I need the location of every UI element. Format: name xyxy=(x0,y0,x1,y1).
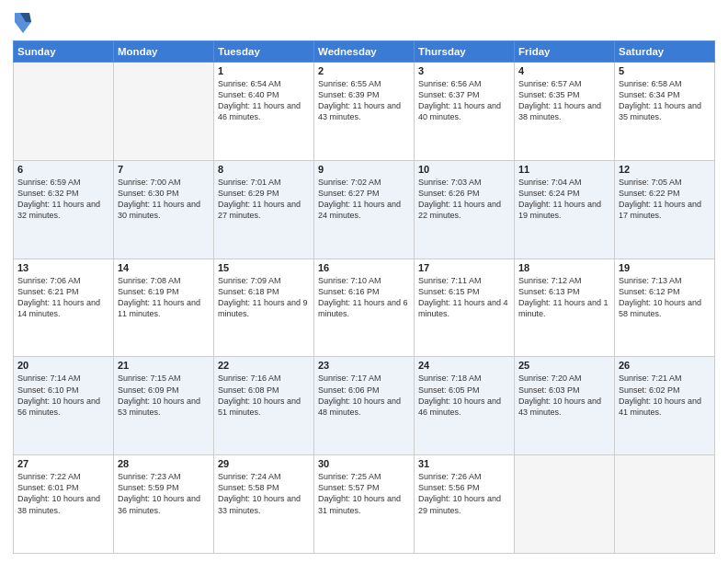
cell-details: Sunrise: 7:12 AM Sunset: 6:13 PM Dayligh… xyxy=(518,275,610,320)
calendar-cell: 20Sunrise: 7:14 AM Sunset: 6:10 PM Dayli… xyxy=(14,357,114,455)
day-number: 27 xyxy=(17,458,109,469)
cell-details: Sunrise: 6:55 AM Sunset: 6:39 PM Dayligh… xyxy=(318,78,410,123)
day-number: 16 xyxy=(318,262,410,273)
cell-details: Sunrise: 6:56 AM Sunset: 6:37 PM Dayligh… xyxy=(418,78,510,123)
day-number: 25 xyxy=(518,360,610,371)
calendar-cell: 5Sunrise: 6:58 AM Sunset: 6:34 PM Daylig… xyxy=(615,63,715,161)
calendar-cell: 6Sunrise: 6:59 AM Sunset: 6:32 PM Daylig… xyxy=(14,160,114,259)
calendar-cell: 9Sunrise: 7:02 AM Sunset: 6:27 PM Daylig… xyxy=(314,160,415,259)
cell-details: Sunrise: 7:08 AM Sunset: 6:19 PM Dayligh… xyxy=(118,275,210,320)
logo-icon xyxy=(13,9,33,35)
day-header-tuesday: Tuesday xyxy=(214,41,314,63)
cell-details: Sunrise: 6:54 AM Sunset: 6:40 PM Dayligh… xyxy=(218,78,310,123)
cell-details: Sunrise: 6:58 AM Sunset: 6:34 PM Dayligh… xyxy=(619,78,711,123)
cell-details: Sunrise: 7:04 AM Sunset: 6:24 PM Dayligh… xyxy=(518,177,610,222)
calendar-cell: 28Sunrise: 7:23 AM Sunset: 5:59 PM Dayli… xyxy=(114,455,214,554)
header xyxy=(13,9,715,35)
cell-details: Sunrise: 7:25 AM Sunset: 5:57 PM Dayligh… xyxy=(318,471,410,516)
cell-details: Sunrise: 7:23 AM Sunset: 5:59 PM Dayligh… xyxy=(118,471,210,516)
day-number: 13 xyxy=(17,262,109,273)
day-number: 5 xyxy=(619,65,711,76)
day-number: 17 xyxy=(418,262,510,273)
day-header-wednesday: Wednesday xyxy=(314,41,415,63)
calendar-cell: 10Sunrise: 7:03 AM Sunset: 6:26 PM Dayli… xyxy=(415,160,515,259)
cell-details: Sunrise: 7:09 AM Sunset: 6:18 PM Dayligh… xyxy=(218,275,310,320)
calendar-page: SundayMondayTuesdayWednesdayThursdayFrid… xyxy=(0,0,728,563)
calendar-cell: 17Sunrise: 7:11 AM Sunset: 6:15 PM Dayli… xyxy=(415,259,515,357)
calendar-cell: 24Sunrise: 7:18 AM Sunset: 6:05 PM Dayli… xyxy=(415,357,515,455)
day-number: 12 xyxy=(619,164,711,175)
day-number: 19 xyxy=(619,262,711,273)
calendar-cell: 13Sunrise: 7:06 AM Sunset: 6:21 PM Dayli… xyxy=(14,259,114,357)
cell-details: Sunrise: 7:16 AM Sunset: 6:08 PM Dayligh… xyxy=(218,373,310,418)
calendar-cell: 18Sunrise: 7:12 AM Sunset: 6:13 PM Dayli… xyxy=(515,259,615,357)
calendar-cell: 11Sunrise: 7:04 AM Sunset: 6:24 PM Dayli… xyxy=(515,160,615,259)
day-number: 30 xyxy=(318,458,410,469)
cell-details: Sunrise: 7:17 AM Sunset: 6:06 PM Dayligh… xyxy=(318,373,410,418)
cell-details: Sunrise: 7:10 AM Sunset: 6:16 PM Dayligh… xyxy=(318,275,410,320)
day-number: 15 xyxy=(218,262,310,273)
cell-details: Sunrise: 7:05 AM Sunset: 6:22 PM Dayligh… xyxy=(619,177,711,222)
cell-details: Sunrise: 7:03 AM Sunset: 6:26 PM Dayligh… xyxy=(418,177,510,222)
calendar-cell: 19Sunrise: 7:13 AM Sunset: 6:12 PM Dayli… xyxy=(615,259,715,357)
calendar-table: SundayMondayTuesdayWednesdayThursdayFrid… xyxy=(13,40,715,554)
day-number: 10 xyxy=(418,164,510,175)
calendar-cell: 27Sunrise: 7:22 AM Sunset: 6:01 PM Dayli… xyxy=(14,455,114,554)
day-number: 21 xyxy=(118,360,210,371)
day-number: 31 xyxy=(418,458,510,469)
day-number: 22 xyxy=(218,360,310,371)
calendar-cell: 29Sunrise: 7:24 AM Sunset: 5:58 PM Dayli… xyxy=(214,455,314,554)
day-number: 20 xyxy=(17,360,109,371)
day-number: 28 xyxy=(118,458,210,469)
cell-details: Sunrise: 7:11 AM Sunset: 6:15 PM Dayligh… xyxy=(418,275,510,320)
day-header-friday: Friday xyxy=(515,41,615,63)
cell-details: Sunrise: 7:13 AM Sunset: 6:12 PM Dayligh… xyxy=(619,275,711,320)
day-number: 18 xyxy=(518,262,610,273)
day-number: 14 xyxy=(118,262,210,273)
calendar-cell xyxy=(14,63,114,161)
day-number: 11 xyxy=(518,164,610,175)
day-number: 2 xyxy=(318,65,410,76)
calendar-cell: 7Sunrise: 7:00 AM Sunset: 6:30 PM Daylig… xyxy=(114,160,214,259)
calendar-cell: 25Sunrise: 7:20 AM Sunset: 6:03 PM Dayli… xyxy=(515,357,615,455)
cell-details: Sunrise: 7:24 AM Sunset: 5:58 PM Dayligh… xyxy=(218,471,310,516)
day-header-thursday: Thursday xyxy=(415,41,515,63)
calendar-cell: 8Sunrise: 7:01 AM Sunset: 6:29 PM Daylig… xyxy=(214,160,314,259)
cell-details: Sunrise: 7:02 AM Sunset: 6:27 PM Dayligh… xyxy=(318,177,410,222)
calendar-cell: 4Sunrise: 6:57 AM Sunset: 6:35 PM Daylig… xyxy=(515,63,615,161)
day-number: 7 xyxy=(118,164,210,175)
calendar-cell xyxy=(114,63,214,161)
cell-details: Sunrise: 7:15 AM Sunset: 6:09 PM Dayligh… xyxy=(118,373,210,418)
calendar-cell: 3Sunrise: 6:56 AM Sunset: 6:37 PM Daylig… xyxy=(415,63,515,161)
calendar-cell: 1Sunrise: 6:54 AM Sunset: 6:40 PM Daylig… xyxy=(214,63,314,161)
day-number: 6 xyxy=(17,164,109,175)
day-number: 1 xyxy=(218,65,310,76)
day-number: 4 xyxy=(518,65,610,76)
calendar-cell xyxy=(515,455,615,554)
day-header-saturday: Saturday xyxy=(615,41,715,63)
calendar-cell: 22Sunrise: 7:16 AM Sunset: 6:08 PM Dayli… xyxy=(214,357,314,455)
calendar-cell: 21Sunrise: 7:15 AM Sunset: 6:09 PM Dayli… xyxy=(114,357,214,455)
calendar-cell: 30Sunrise: 7:25 AM Sunset: 5:57 PM Dayli… xyxy=(314,455,415,554)
day-number: 23 xyxy=(318,360,410,371)
cell-details: Sunrise: 7:22 AM Sunset: 6:01 PM Dayligh… xyxy=(17,471,109,516)
logo xyxy=(13,9,35,35)
calendar-cell: 12Sunrise: 7:05 AM Sunset: 6:22 PM Dayli… xyxy=(615,160,715,259)
calendar-cell: 2Sunrise: 6:55 AM Sunset: 6:39 PM Daylig… xyxy=(314,63,415,161)
cell-details: Sunrise: 7:00 AM Sunset: 6:30 PM Dayligh… xyxy=(118,177,210,222)
day-number: 24 xyxy=(418,360,510,371)
calendar-cell: 26Sunrise: 7:21 AM Sunset: 6:02 PM Dayli… xyxy=(615,357,715,455)
calendar-cell: 16Sunrise: 7:10 AM Sunset: 6:16 PM Dayli… xyxy=(314,259,415,357)
cell-details: Sunrise: 7:26 AM Sunset: 5:56 PM Dayligh… xyxy=(418,471,510,516)
calendar-cell: 23Sunrise: 7:17 AM Sunset: 6:06 PM Dayli… xyxy=(314,357,415,455)
day-number: 29 xyxy=(218,458,310,469)
day-header-monday: Monday xyxy=(114,41,214,63)
day-number: 9 xyxy=(318,164,410,175)
cell-details: Sunrise: 7:21 AM Sunset: 6:02 PM Dayligh… xyxy=(619,373,711,418)
calendar-cell: 14Sunrise: 7:08 AM Sunset: 6:19 PM Dayli… xyxy=(114,259,214,357)
calendar-cell xyxy=(615,455,715,554)
cell-details: Sunrise: 7:06 AM Sunset: 6:21 PM Dayligh… xyxy=(17,275,109,320)
cell-details: Sunrise: 7:20 AM Sunset: 6:03 PM Dayligh… xyxy=(518,373,610,418)
cell-details: Sunrise: 6:59 AM Sunset: 6:32 PM Dayligh… xyxy=(17,177,109,222)
day-header-sunday: Sunday xyxy=(14,41,114,63)
